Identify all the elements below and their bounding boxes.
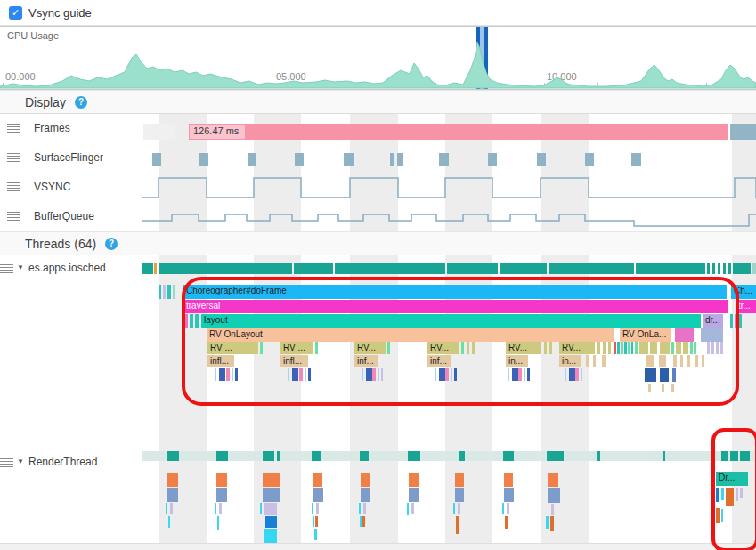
drag-handle-icon[interactable] (7, 182, 20, 192)
expand-collapse-triangle-icon[interactable]: ▼ (17, 457, 24, 465)
track-label-frames[interactable]: Frames (34, 122, 70, 134)
drag-handle-icon[interactable] (7, 124, 20, 133)
drag-handle-icon[interactable] (0, 458, 13, 468)
track-label-vsync[interactable]: VSYNC (34, 181, 70, 193)
drag-handle-icon[interactable] (7, 212, 20, 222)
display-labels-column: FramesSurfaceFlingerVSYNCBufferQueue (0, 114, 142, 231)
bufferqueue-wave (142, 214, 756, 226)
vsync-wave (142, 178, 756, 198)
bottom-gutter (0, 543, 756, 550)
track-label-bufferqueue[interactable]: BufferQueue (34, 210, 94, 222)
drag-handle-icon[interactable] (0, 264, 13, 274)
cpu-usage-area-chart (0, 42, 756, 88)
track-label-surfaceflinger[interactable]: SurfaceFlinger (34, 151, 103, 164)
expand-collapse-triangle-icon[interactable]: ▼ (17, 263, 24, 271)
thread-label[interactable]: RenderThread (28, 456, 97, 468)
annotation-box-main-thread (182, 277, 739, 406)
annotation-box-renderthread (711, 428, 756, 550)
thread-label[interactable]: es.apps.iosched (28, 262, 106, 274)
threads-labels-column: ▼es.apps.iosched▼RenderThread (0, 255, 142, 543)
drag-handle-icon[interactable] (7, 153, 20, 163)
profiler-window: ✓ Vsync guide CPU Usage 00.00005.00010.0… (0, 0, 756, 550)
